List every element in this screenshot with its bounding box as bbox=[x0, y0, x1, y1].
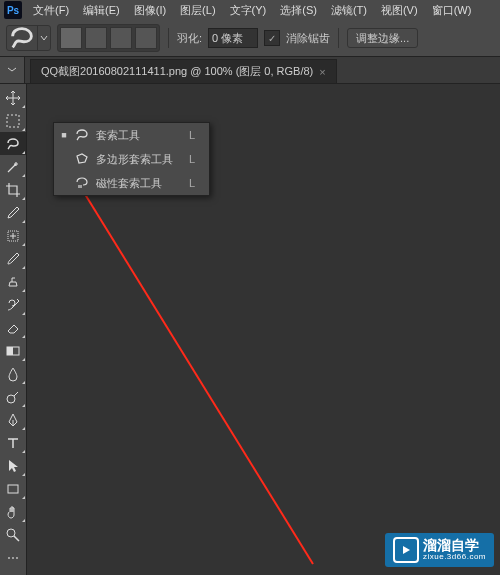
menu-layer[interactable]: 图层(L) bbox=[174, 1, 221, 20]
menu-bar: Ps 文件(F) 编辑(E) 图像(I) 图层(L) 文字(Y) 选择(S) 滤… bbox=[0, 0, 500, 20]
separator bbox=[168, 28, 169, 48]
menu-window[interactable]: 窗口(W) bbox=[426, 1, 478, 20]
menu-file[interactable]: 文件(F) bbox=[27, 1, 75, 20]
svg-point-6 bbox=[7, 529, 15, 537]
type-tool[interactable] bbox=[0, 431, 26, 454]
active-dot-icon: ■ bbox=[60, 130, 68, 140]
zoom-tool[interactable] bbox=[0, 523, 26, 546]
move-tool[interactable] bbox=[0, 86, 26, 109]
flyout-item-shortcut: L bbox=[189, 177, 195, 189]
flyout-item-shortcut: L bbox=[189, 153, 195, 165]
canvas-area[interactable]: ■ 套索工具 L 多边形套索工具 L 磁性套索工具 L bbox=[27, 84, 500, 575]
document-tab-bar: QQ截图20160802111411.png @ 100% (图层 0, RGB… bbox=[0, 57, 500, 84]
feather-label: 羽化: bbox=[177, 31, 202, 46]
eyedropper-tool[interactable] bbox=[0, 201, 26, 224]
menu-edit[interactable]: 编辑(E) bbox=[77, 1, 126, 20]
antialias-checkbox[interactable]: ✓ bbox=[264, 30, 280, 46]
polygonal-lasso-tool-option[interactable]: 多边形套索工具 L bbox=[54, 147, 209, 171]
clone-stamp-tool[interactable] bbox=[0, 270, 26, 293]
current-tool-dropdown[interactable] bbox=[6, 25, 51, 51]
selection-new-icon[interactable] bbox=[60, 27, 82, 49]
svg-line-8 bbox=[59, 152, 313, 564]
menu-select[interactable]: 选择(S) bbox=[274, 1, 323, 20]
lasso-flyout-menu: ■ 套索工具 L 多边形套索工具 L 磁性套索工具 L bbox=[53, 122, 210, 196]
magnetic-lasso-icon bbox=[74, 175, 90, 191]
polygonal-lasso-icon bbox=[74, 151, 90, 167]
flyout-item-label: 多边形套索工具 bbox=[96, 152, 173, 167]
play-icon bbox=[393, 537, 419, 563]
tab-bar-handle[interactable] bbox=[0, 57, 25, 83]
flyout-item-label: 磁性套索工具 bbox=[96, 176, 173, 191]
marquee-tool[interactable] bbox=[0, 109, 26, 132]
lasso-icon bbox=[7, 26, 37, 50]
gradient-tool[interactable] bbox=[0, 339, 26, 362]
selection-mode-group bbox=[57, 24, 160, 52]
watermark: 溜溜自学 zixue.3d66.com bbox=[385, 533, 494, 567]
menu-type[interactable]: 文字(Y) bbox=[224, 1, 273, 20]
menu-filter[interactable]: 滤镜(T) bbox=[325, 1, 373, 20]
antialias-label: 消除锯齿 bbox=[286, 31, 330, 46]
hand-tool[interactable] bbox=[0, 500, 26, 523]
work-area: ⋯ ■ 套索工具 L 多边形套索工具 L 磁性套索工具 L bbox=[0, 84, 500, 575]
separator bbox=[338, 28, 339, 48]
path-selection-tool[interactable] bbox=[0, 454, 26, 477]
crop-tool[interactable] bbox=[0, 178, 26, 201]
more-tools[interactable]: ⋯ bbox=[0, 546, 26, 569]
svg-rect-5 bbox=[8, 485, 18, 493]
selection-intersect-icon[interactable] bbox=[135, 27, 157, 49]
lasso-tool[interactable] bbox=[0, 132, 26, 155]
annotation-arrow-icon bbox=[53, 144, 353, 574]
lasso-tool-option[interactable]: ■ 套索工具 L bbox=[54, 123, 209, 147]
svg-rect-3 bbox=[7, 347, 13, 355]
options-bar: 羽化: ✓ 消除锯齿 调整边缘... bbox=[0, 20, 500, 57]
tool-bar: ⋯ bbox=[0, 84, 27, 575]
flyout-item-label: 套索工具 bbox=[96, 128, 173, 143]
watermark-subtitle: zixue.3d66.com bbox=[423, 553, 486, 562]
eraser-tool[interactable] bbox=[0, 316, 26, 339]
feather-input[interactable] bbox=[208, 28, 258, 48]
dodge-tool[interactable] bbox=[0, 385, 26, 408]
document-tab-title: QQ截图20160802111411.png @ 100% (图层 0, RGB… bbox=[41, 64, 313, 79]
document-tab[interactable]: QQ截图20160802111411.png @ 100% (图层 0, RGB… bbox=[30, 59, 337, 83]
magic-wand-tool[interactable] bbox=[0, 155, 26, 178]
watermark-title: 溜溜自学 bbox=[423, 538, 486, 553]
svg-point-4 bbox=[7, 395, 15, 403]
magnetic-lasso-tool-option[interactable]: 磁性套索工具 L bbox=[54, 171, 209, 195]
blur-tool[interactable] bbox=[0, 362, 26, 385]
rectangle-tool[interactable] bbox=[0, 477, 26, 500]
refine-edge-button[interactable]: 调整边缘... bbox=[347, 28, 418, 48]
double-chevron-icon bbox=[7, 67, 17, 73]
healing-brush-tool[interactable] bbox=[0, 224, 26, 247]
app-logo: Ps bbox=[4, 1, 22, 19]
menu-view[interactable]: 视图(V) bbox=[375, 1, 424, 20]
chevron-down-icon[interactable] bbox=[37, 26, 50, 50]
flyout-item-shortcut: L bbox=[189, 129, 195, 141]
selection-subtract-icon[interactable] bbox=[110, 27, 132, 49]
close-icon[interactable]: × bbox=[319, 66, 325, 78]
pen-tool[interactable] bbox=[0, 408, 26, 431]
svg-rect-0 bbox=[7, 115, 19, 127]
history-brush-tool[interactable] bbox=[0, 293, 26, 316]
selection-add-icon[interactable] bbox=[85, 27, 107, 49]
lasso-icon bbox=[74, 127, 90, 143]
menu-image[interactable]: 图像(I) bbox=[128, 1, 172, 20]
brush-tool[interactable] bbox=[0, 247, 26, 270]
